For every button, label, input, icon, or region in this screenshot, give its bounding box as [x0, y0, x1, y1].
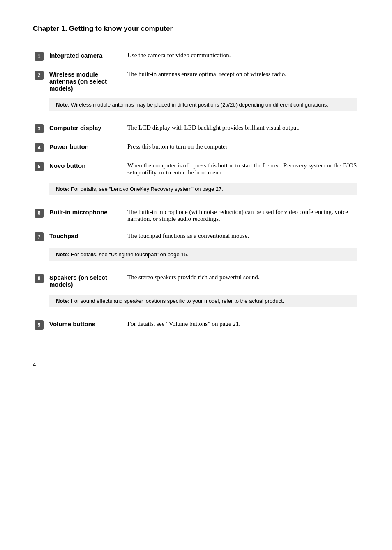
table-row: 3Computer displayThe LCD display with LE… [33, 122, 359, 136]
note-label: Note: [56, 186, 71, 192]
item-description: When the computer is off, press this but… [126, 160, 359, 179]
note-label: Note: [56, 102, 71, 108]
item-description: The LCD display with LED backlight provi… [126, 122, 359, 136]
number-badge: 4 [35, 143, 44, 152]
item-term: Volume buttons [48, 318, 126, 332]
item-term: Wireless module antennas (on select mode… [48, 68, 126, 94]
item-number-cell: 6 [33, 206, 48, 225]
item-description: Use the camera for video communication. [126, 49, 359, 63]
item-description: The touchpad functions as a conventional… [126, 230, 359, 244]
note-cell: Note: For details, see “Lenovo OneKey Re… [48, 179, 359, 201]
spacer-row [33, 63, 359, 68]
note-row: Note: Wireless module antennas may be pl… [33, 94, 359, 117]
note-box: Note: For sound effects and speaker loca… [49, 295, 357, 307]
item-term: Integrated camera [48, 49, 126, 63]
number-badge: 1 [35, 52, 44, 61]
note-text: Wireless module antennas may be placed i… [71, 102, 328, 108]
table-row: 9Volume buttonsFor details, see “Volume … [33, 318, 359, 332]
table-row: 1Integrated cameraUse the camera for vid… [33, 49, 359, 63]
spacer-cell [33, 313, 359, 318]
table-row: 4Power buttonPress this button to turn o… [33, 141, 359, 155]
table-row: 7TouchpadThe touchpad functions as a con… [33, 230, 359, 244]
note-row: Note: For details, see “Lenovo OneKey Re… [33, 179, 359, 201]
note-cell: Note: For details, see “Using the touchp… [48, 244, 359, 267]
note-cell: Note: For sound effects and speaker loca… [48, 290, 359, 313]
item-number-cell: 9 [33, 318, 48, 332]
item-term: Speakers (on select models) [48, 272, 126, 290]
number-badge: 5 [35, 162, 44, 171]
spacer-row [33, 117, 359, 122]
item-number-cell: 1 [33, 49, 48, 63]
table-row: 8Speakers (on select models)The stereo s… [33, 272, 359, 290]
number-badge: 9 [35, 320, 44, 330]
note-row: Note: For sound effects and speaker loca… [33, 290, 359, 313]
note-spacer [33, 179, 48, 201]
item-description: The stereo speakers provide rich and pow… [126, 272, 359, 290]
spacer-row [33, 225, 359, 230]
item-term: Touchpad [48, 230, 126, 244]
spacer-cell [33, 117, 359, 122]
spacer-cell [33, 332, 359, 337]
table-row: 6Built-in microphoneThe built-in microph… [33, 206, 359, 225]
item-term: Built-in microphone [48, 206, 126, 225]
note-box: Note: Wireless module antennas may be pl… [49, 98, 357, 111]
number-badge: 2 [35, 71, 44, 80]
item-number-cell: 3 [33, 122, 48, 136]
item-description: The built-in microphone (with noise redu… [126, 206, 359, 225]
item-number-cell: 8 [33, 272, 48, 290]
note-spacer [33, 290, 48, 313]
table-row: 5Novo buttonWhen the computer is off, pr… [33, 160, 359, 179]
spacer-row [33, 313, 359, 318]
note-label: Note: [56, 298, 71, 304]
note-cell: Note: Wireless module antennas may be pl… [48, 94, 359, 117]
item-term: Power button [48, 141, 126, 155]
chapter-title: Chapter 1. Getting to know your computer [33, 25, 359, 33]
page-number: 4 [33, 362, 359, 368]
spacer-row [33, 332, 359, 337]
item-number-cell: 2 [33, 68, 48, 94]
note-label: Note: [56, 251, 71, 258]
item-number-cell: 5 [33, 160, 48, 179]
spacer-row [33, 155, 359, 160]
note-text: For sound effects and speaker locations … [71, 298, 284, 304]
note-spacer [33, 94, 48, 117]
item-description: For details, see “Volume buttons” on pag… [126, 318, 359, 332]
spacer-cell [33, 155, 359, 160]
note-text: For details, see “Using the touchpad” on… [71, 251, 188, 258]
number-badge: 6 [35, 209, 44, 218]
spacer-cell [33, 225, 359, 230]
item-description: Press this button to turn on the compute… [126, 141, 359, 155]
number-badge: 3 [35, 124, 44, 133]
spacer-row [33, 201, 359, 206]
spacer-row [33, 267, 359, 272]
table-row: 2Wireless module antennas (on select mod… [33, 68, 359, 94]
note-box: Note: For details, see “Lenovo OneKey Re… [49, 183, 357, 195]
spacer-cell [33, 201, 359, 206]
spacer-cell [33, 267, 359, 272]
item-number-cell: 7 [33, 230, 48, 244]
item-description: The built-in antennas ensure optimal rec… [126, 68, 359, 94]
note-spacer [33, 244, 48, 267]
item-term: Novo button [48, 160, 126, 179]
item-term: Computer display [48, 122, 126, 136]
note-box: Note: For details, see “Using the touchp… [49, 248, 357, 261]
number-badge: 7 [35, 232, 44, 241]
note-row: Note: For details, see “Using the touchp… [33, 244, 359, 267]
item-number-cell: 4 [33, 141, 48, 155]
number-badge: 8 [35, 274, 44, 283]
note-text: For details, see “Lenovo OneKey Recovery… [71, 186, 223, 192]
spacer-cell [33, 136, 359, 141]
items-table: 1Integrated cameraUse the camera for vid… [33, 49, 359, 337]
spacer-cell [33, 63, 359, 68]
spacer-row [33, 136, 359, 141]
